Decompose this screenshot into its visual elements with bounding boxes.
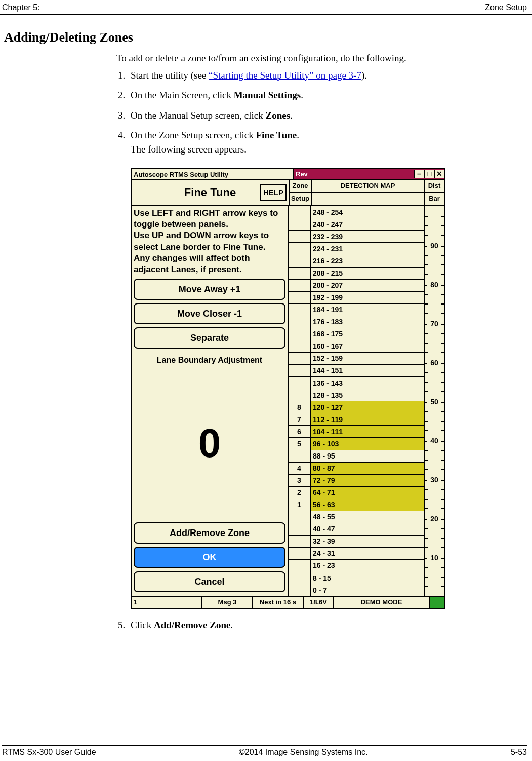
distance-bar: 102030405060708090 [425, 206, 444, 596]
footer-right: 5-53 [511, 748, 527, 757]
move-away-button[interactable]: Move Away +1 [134, 279, 285, 300]
help-button[interactable]: HELP [260, 184, 287, 201]
zone-cell [289, 535, 310, 547]
zone-cell [289, 206, 310, 218]
range-cell[interactable]: 248 - 254 [311, 206, 424, 218]
range-cell[interactable]: 208 - 215 [311, 267, 424, 279]
range-cell[interactable]: 16 - 23 [311, 559, 424, 572]
step-3: On the Manual Setup screen, click Zones. [128, 108, 512, 123]
zone-number-column: 12345678 [289, 206, 311, 596]
zone-cell [289, 523, 310, 535]
range-cell[interactable]: 160 - 167 [311, 340, 424, 352]
range-cell[interactable]: 104 - 111 [311, 425, 424, 437]
range-cell[interactable]: 48 - 55 [311, 511, 424, 523]
status-mode: DEMO MODE [334, 597, 430, 608]
page-header: Chapter 5: Zone Setup [0, 0, 532, 15]
range-cell[interactable]: 64 - 71 [311, 486, 424, 499]
zone-cell [289, 584, 310, 596]
status-left: 1 [132, 597, 202, 608]
zone-cell [289, 230, 310, 242]
dist-tick: 90 [425, 241, 444, 251]
zone-header: Zone [290, 180, 311, 193]
range-cell[interactable]: 200 - 207 [311, 279, 424, 291]
zone-cell [289, 218, 310, 230]
step-1: Start the utility (see “Starting the Set… [128, 68, 512, 83]
intro-text: To add or delete a zone to/from an exist… [116, 51, 512, 65]
zone-cell [289, 376, 310, 389]
range-cell[interactable]: 184 - 191 [311, 303, 424, 316]
footer-left: RTMS Sx-300 User Guide [2, 748, 96, 757]
minimize-icon[interactable]: – [414, 170, 424, 178]
bar-header: Bar [425, 193, 444, 205]
range-cell[interactable]: 192 - 199 [311, 291, 424, 303]
close-icon[interactable]: ✕ [434, 170, 444, 178]
start-utility-link[interactable]: “Starting the Setup Utility” on page 3-7 [209, 70, 361, 81]
dist-tick: 60 [425, 358, 444, 368]
detection-map-header: DETECTION MAP [312, 180, 424, 193]
zone-cell: 5 [289, 437, 310, 449]
range-cell[interactable]: 128 - 135 [311, 389, 424, 401]
dist-tick: 30 [425, 475, 444, 485]
zone-cell: 7 [289, 413, 310, 425]
range-cell[interactable]: 120 - 127 [311, 401, 424, 413]
setup-header: Setup [290, 193, 311, 205]
dist-tick: 70 [425, 319, 444, 329]
range-cell[interactable]: 144 - 151 [311, 364, 424, 376]
range-cell[interactable]: 240 - 247 [311, 218, 424, 230]
range-cell[interactable]: 72 - 79 [311, 474, 424, 486]
dist-tick: 40 [425, 436, 444, 446]
fine-tune-title: Fine Tune [184, 184, 236, 201]
range-cell[interactable]: 88 - 95 [311, 450, 424, 462]
zone-cell [289, 291, 310, 303]
status-voltage: 18.6V [304, 597, 334, 608]
add-remove-zone-button[interactable]: Add/Remove Zone [134, 522, 285, 544]
zone-cell: 1 [289, 499, 310, 511]
range-cell[interactable]: 216 - 223 [311, 255, 424, 267]
lba-value: 0 [134, 370, 285, 517]
zone-cell: 3 [289, 474, 310, 486]
zone-cell [289, 352, 310, 364]
range-cell[interactable]: 152 - 159 [311, 352, 424, 364]
zone-cell [289, 316, 310, 328]
zone-cell [289, 242, 310, 254]
zone-cell [289, 572, 310, 584]
move-closer-button[interactable]: Move Closer -1 [134, 303, 285, 324]
range-cell[interactable]: 24 - 31 [311, 547, 424, 559]
dist-tick: 50 [425, 397, 444, 407]
range-cell[interactable]: 80 - 87 [311, 462, 424, 474]
zone-cell: 4 [289, 462, 310, 474]
zone-cell: 2 [289, 486, 310, 499]
chapter-label: Chapter 5: [2, 3, 40, 12]
range-cell[interactable]: 136 - 143 [311, 376, 424, 389]
zone-cell [289, 303, 310, 316]
range-cell[interactable]: 224 - 231 [311, 242, 424, 254]
footer-center: ©2014 Image Sensing Systems Inc. [239, 748, 368, 757]
dist-tick: 10 [425, 553, 444, 563]
range-cell[interactable]: 232 - 239 [311, 230, 424, 242]
separate-button[interactable]: Separate [134, 327, 285, 349]
maximize-icon[interactable]: □ [424, 170, 434, 178]
zone-cell [289, 389, 310, 401]
range-cell[interactable]: 8 - 15 [311, 572, 424, 584]
range-cell[interactable]: 96 - 103 [311, 437, 424, 449]
rev-label: Rev [296, 170, 308, 179]
status-indicator-icon [430, 597, 444, 608]
step-4: On the Zone Setup screen, click Fine Tun… [128, 128, 512, 609]
range-cell[interactable]: 56 - 63 [311, 499, 424, 511]
window-title: Autoscope RTMS Setup Utility [132, 169, 294, 180]
dist-tick: 20 [425, 514, 444, 524]
section-heading: Adding/Deleting Zones [4, 30, 532, 45]
range-cell[interactable]: 0 - 7 [311, 584, 424, 596]
range-cell[interactable]: 32 - 39 [311, 535, 424, 547]
range-cell[interactable]: 112 - 119 [311, 413, 424, 425]
range-cell[interactable]: 168 - 175 [311, 328, 424, 340]
cancel-button[interactable]: Cancel [134, 571, 285, 592]
zone-cell [289, 279, 310, 291]
step-2: On the Main Screen, click Manual Setting… [128, 88, 512, 102]
fine-tune-screenshot: Autoscope RTMS Setup Utility Rev – □ ✕ [131, 168, 445, 609]
ok-button[interactable]: OK [134, 547, 285, 568]
status-msg: Msg 3 [202, 597, 253, 608]
range-cell[interactable]: 176 - 183 [311, 316, 424, 328]
range-cell[interactable]: 40 - 47 [311, 523, 424, 535]
step-5: Click Add/Remove Zone. [128, 618, 512, 632]
